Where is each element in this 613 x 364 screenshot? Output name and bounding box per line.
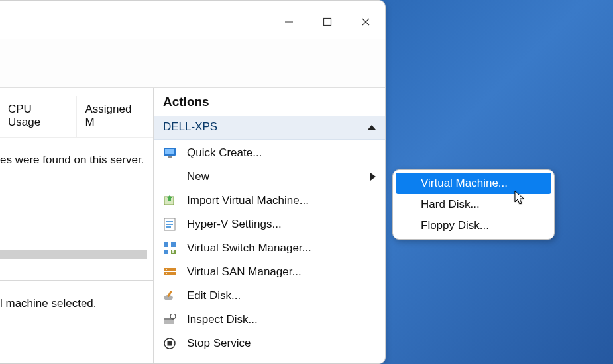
- svg-rect-16: [164, 268, 176, 271]
- action-quick-create[interactable]: Quick Create...: [154, 141, 385, 165]
- action-label: Import Virtual Machine...: [187, 194, 309, 207]
- svg-rect-10: [166, 224, 173, 225]
- monitor-icon: [162, 145, 178, 161]
- svg-rect-1: [324, 19, 331, 26]
- minimize-icon: [284, 17, 294, 26]
- action-vsan-manager[interactable]: Virtual SAN Manager...: [154, 260, 385, 284]
- blank-icon: [162, 169, 178, 185]
- action-stop-service[interactable]: Stop Service: [154, 332, 385, 355]
- actions-pane: Actions DELL-XPS Quick Create... New: [154, 88, 385, 363]
- svg-rect-9: [166, 221, 173, 222]
- action-label: Edit Disk...: [187, 289, 241, 302]
- submenu-arrow-icon: [370, 173, 376, 181]
- actions-section-label: DELL-XPS: [163, 120, 217, 134]
- close-button[interactable]: [347, 9, 385, 35]
- action-label: Inspect Disk...: [187, 313, 258, 326]
- action-label: Virtual SAN Manager...: [187, 265, 302, 279]
- close-icon: [361, 17, 370, 26]
- maximize-icon: [323, 17, 332, 26]
- flyout-floppy-disk[interactable]: Floppy Disk...: [396, 215, 551, 236]
- svg-rect-14: [164, 250, 168, 254]
- flyout-virtual-machine[interactable]: Virtual Machine...: [396, 173, 551, 194]
- maximize-button[interactable]: [308, 9, 347, 35]
- svg-rect-13: [171, 242, 176, 247]
- import-vm-icon: [162, 193, 178, 208]
- svg-rect-6: [168, 156, 172, 158]
- action-label: Hyper-V Settings...: [187, 218, 282, 231]
- svg-rect-17: [164, 272, 176, 275]
- svg-point-19: [166, 273, 167, 274]
- content-row: CPU Usage Assigned M es were found on th…: [0, 88, 385, 363]
- action-label: Stop Service: [187, 337, 251, 350]
- action-label: Virtual Switch Manager...: [187, 242, 311, 255]
- hyperv-manager-window: CPU Usage Assigned M es were found on th…: [0, 0, 386, 364]
- col-cpu-usage[interactable]: CPU Usage: [0, 96, 77, 137]
- action-label: Quick Create...: [187, 146, 262, 159]
- flyout-hard-disk[interactable]: Hard Disk...: [396, 194, 551, 215]
- pane-divider: [0, 280, 153, 281]
- vsan-icon: [162, 264, 178, 280]
- action-vswitch-manager[interactable]: Virtual Switch Manager...: [154, 236, 385, 260]
- action-inspect-disk[interactable]: Inspect Disk...: [154, 308, 385, 332]
- action-hyperv-settings[interactable]: Hyper-V Settings...: [154, 212, 385, 236]
- col-assigned-memory[interactable]: Assigned M: [77, 96, 153, 137]
- svg-rect-26: [168, 341, 172, 346]
- actions-section-header[interactable]: DELL-XPS: [154, 116, 385, 140]
- column-headers: CPU Usage Assigned M: [0, 96, 153, 138]
- action-label: New: [187, 170, 209, 183]
- stop-icon: [162, 336, 178, 351]
- action-edit-disk[interactable]: Edit Disk...: [154, 284, 385, 308]
- window-titlebar: [0, 1, 385, 39]
- selection-bar: [0, 250, 147, 259]
- vm-list-pane: CPU Usage Assigned M es were found on th…: [0, 88, 154, 363]
- action-import-vm[interactable]: Import Virtual Machine...: [154, 189, 385, 212]
- svg-rect-12: [164, 242, 168, 247]
- minimize-button[interactable]: [270, 9, 308, 35]
- collapse-arrow-icon: [368, 125, 376, 130]
- vswitch-icon: [162, 240, 178, 256]
- toolbar-area: [0, 39, 385, 88]
- actions-title: Actions: [154, 88, 385, 116]
- new-submenu-flyout: Virtual Machine... Hard Disk... Floppy D…: [392, 169, 555, 240]
- settings-page-icon: [162, 216, 178, 232]
- empty-server-text: es were found on this server.: [0, 138, 153, 167]
- no-machine-selected-text: l machine selected.: [0, 297, 97, 310]
- actions-list: Quick Create... New Import Virtual Machi…: [154, 140, 385, 357]
- action-new[interactable]: New: [154, 165, 385, 189]
- svg-point-18: [166, 269, 167, 270]
- svg-rect-11: [166, 226, 171, 228]
- svg-rect-5: [165, 149, 174, 154]
- edit-disk-icon: [162, 288, 178, 304]
- inspect-disk-icon: [162, 312, 178, 328]
